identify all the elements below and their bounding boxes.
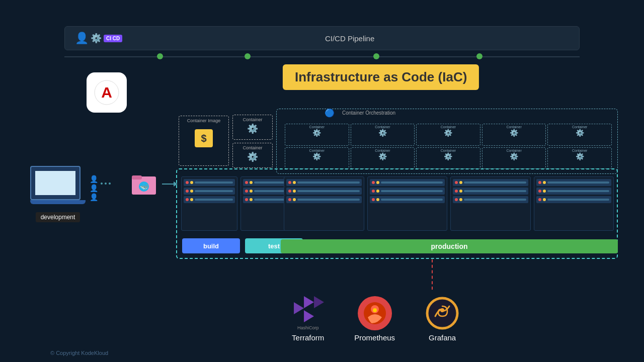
svg-text:A: A (101, 84, 112, 101)
person-small-3: 👤 (90, 193, 98, 201)
orch-cell-7: Container ⚙️ (351, 147, 415, 169)
svg-marker-6 (304, 296, 314, 308)
dot-yellow-1 (190, 181, 193, 184)
svg-marker-8 (294, 302, 304, 314)
server-rack-6 (534, 176, 614, 231)
person-small-1: 👤 (90, 175, 98, 183)
server-unit-1b (184, 188, 235, 195)
svg-marker-7 (314, 296, 324, 308)
server-area-production (281, 173, 617, 234)
copyright: © Copyright KodeKloud (50, 350, 108, 356)
pipeline-line (64, 56, 580, 57)
container-box-2: Container ⚙️ (232, 143, 273, 168)
dot-red-1 (186, 181, 189, 184)
svg-marker-9 (304, 310, 314, 322)
server-bar-1a (195, 182, 233, 184)
server-rack-1 (181, 176, 237, 231)
pipeline-dot-3 (373, 53, 379, 59)
tools-section: HashiCorp HashiCorp Terraform Prometheus (292, 292, 459, 342)
grafana-label: Grafana (429, 333, 456, 342)
server-bar-1c (195, 199, 233, 201)
orch-cell-9: Container ⚙️ (482, 147, 546, 169)
dot-yellow-3 (190, 198, 193, 201)
server-rack-3 (284, 176, 364, 231)
grafana-tool: Grafana (425, 296, 459, 342)
orch-cell-3: Container ⚙️ (416, 124, 480, 146)
container-image-box: Container Image $ (179, 116, 229, 166)
dot-red-2 (186, 190, 189, 193)
orch-gear-2: ⚙️ (378, 129, 387, 137)
dot-yellow-2 (190, 190, 193, 193)
server-rack-4 (367, 176, 448, 231)
prometheus-label: Prometheus (354, 333, 395, 342)
development-area: development (30, 166, 86, 222)
arrow-dots (101, 183, 111, 185)
orch-cell-4: Container ⚙️ (482, 124, 546, 146)
server-unit-1c (184, 196, 235, 203)
terraform-icon: HashiCorp (292, 292, 324, 324)
orch-cell-6: Container ⚙️ (285, 147, 349, 169)
server-rack-5 (450, 176, 531, 231)
ansible-logo: A (87, 72, 127, 113)
terraform-label: Terraform (292, 333, 324, 342)
orch-cell-8: Container ⚙️ (416, 147, 480, 169)
pipeline-dots-container (64, 54, 580, 58)
dot-3 (109, 183, 111, 185)
orch-gear-9: ⚙️ (510, 152, 518, 160)
orch-cell-2: Container ⚙️ (351, 124, 415, 146)
laptop-screen (35, 171, 75, 195)
laptop-base (30, 200, 86, 204)
orch-gear-7: ⚙️ (378, 152, 387, 160)
orch-gear-1: ⚙️ (312, 129, 321, 137)
person-icon-1: 👤 (75, 32, 89, 45)
pipeline-title: CI/CD Pipeline (130, 34, 569, 43)
orch-cell-1: Container ⚙️ (285, 124, 349, 146)
orch-gear-10: ⚙️ (576, 152, 584, 160)
dollar-box: $ (195, 129, 213, 147)
person-icon-2: ⚙️ (91, 33, 102, 44)
dev-label: development (36, 212, 80, 222)
orch-gear-4: ⚙️ (510, 129, 518, 137)
terraform-subtitle: HashiCorp (297, 325, 319, 330)
grafana-icon (425, 296, 459, 330)
production-to-tools-line (432, 259, 433, 290)
orch-gear-6: ⚙️ (312, 152, 321, 160)
pipeline-dot-2 (245, 53, 251, 59)
svg-rect-3 (132, 175, 142, 179)
container-image-label: Container Image (187, 118, 221, 123)
folder-to-main-arrow (162, 184, 177, 185)
pipeline-bar: 👤 ⚙️ CI CD CI/CD Pipeline (64, 26, 580, 50)
terraform-tool: HashiCorp HashiCorp Terraform (292, 292, 324, 342)
orch-gear-5: ⚙️ (576, 129, 584, 137)
production-bar: production (281, 239, 618, 253)
orch-label: Container Orchestration (342, 110, 395, 116)
svg-text:🐳: 🐳 (140, 183, 149, 191)
build-button[interactable]: build (182, 238, 240, 253)
svg-point-14 (427, 298, 457, 328)
prometheus-tool: Prometheus (354, 296, 395, 342)
svg-point-13 (373, 308, 377, 312)
orch-cell-10: Container ⚙️ (547, 147, 612, 169)
dot-1 (101, 183, 103, 185)
cicd-badge: CI CD (104, 35, 122, 42)
people-group: 👤 👤 👤 (90, 175, 98, 201)
laptop-icon (30, 166, 80, 200)
gear-icon-2: ⚙️ (247, 151, 258, 162)
gear-icon-1: ⚙️ (247, 123, 258, 134)
server-bar-1b (195, 190, 233, 192)
docker-folder: 🐳 (132, 172, 156, 199)
orch-gear-3: ⚙️ (444, 129, 452, 137)
orch-cell-5: Container ⚙️ (547, 124, 612, 146)
orch-containers-grid: Container ⚙️ Container ⚙️ Container ⚙️ C… (282, 116, 615, 171)
pipeline-icons: 👤 ⚙️ CI CD (75, 32, 122, 45)
pipeline-dot-4 (476, 53, 482, 59)
dot-2 (105, 183, 107, 185)
prometheus-icon (358, 296, 392, 330)
dot-red-3 (186, 198, 189, 201)
container-box-1: Container ⚙️ (232, 115, 273, 140)
server-unit-1a (184, 179, 235, 186)
pipeline-dot-1 (157, 53, 163, 59)
orch-gear-8: ⚙️ (444, 152, 452, 160)
person-small-2: 👤 (90, 184, 98, 192)
iac-title: Infrastructure as Code (IaC) (283, 64, 479, 90)
